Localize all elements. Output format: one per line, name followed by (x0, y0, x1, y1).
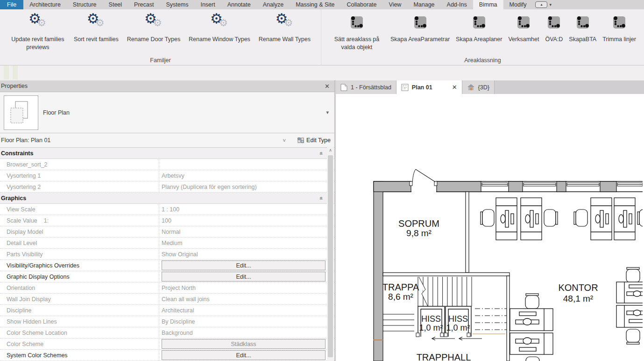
property-label: System Color Schemes (0, 350, 159, 361)
property-value[interactable]: Architectural (159, 305, 334, 316)
ribbon-tab-systems[interactable]: Systems (160, 0, 194, 9)
stair-dashdot (475, 309, 507, 330)
property-label: Graphic Display Options (0, 271, 159, 282)
property-value[interactable]: Medium (159, 238, 334, 248)
collapse-icon[interactable]: « (318, 196, 325, 200)
ribbon-button-label: Rename Wall Types (259, 36, 311, 43)
ribbon-button-skapabta[interactable]: SkapaBTA (569, 9, 596, 43)
view-tab-bar: 1 - FörsättsbladPlan 01✕{3D} (336, 80, 644, 94)
property-value[interactable]: Planvy (Duplicera för egen sortering) (159, 181, 334, 192)
ribbon-tab-collaborate[interactable]: Collaborate (341, 0, 383, 9)
ribbon-button-s-tt-areaklass-p-valda-objekt[interactable]: Sätt areaklass på valda objekt (329, 9, 384, 51)
property-value[interactable]: 100 (159, 215, 334, 226)
ribbon-tab-precast[interactable]: Precast (128, 0, 160, 9)
chevron-down-icon[interactable]: ˅ (283, 137, 286, 143)
area-tool-icon (412, 14, 428, 30)
ribbon-button-sort-revit-families[interactable]: ⚙⚙Sort revit families (74, 9, 119, 43)
chevron-down-icon[interactable]: ▾ (326, 92, 329, 133)
stairs (418, 277, 472, 306)
gear-icon: ⚙⚙ (27, 12, 49, 33)
ribbon-button-label: Rename Window Types (189, 36, 250, 43)
property-value[interactable] (159, 159, 334, 170)
ribbon-tab-insert[interactable]: Insert (194, 0, 221, 9)
edit-type-icon (297, 137, 304, 144)
view-tab--3d-[interactable]: {3D} (462, 80, 495, 94)
ribbon-tab-structure[interactable]: Structure (67, 0, 103, 9)
ribbon-panel-toggle[interactable]: ▴ ▾ (535, 0, 552, 9)
property-value[interactable]: Show Original (159, 249, 334, 260)
ribbon-tab-steel[interactable]: Steel (103, 0, 128, 9)
ribbon-tab-annotate[interactable]: Annotate (221, 0, 257, 9)
properties-title: Properties (1, 83, 28, 89)
ribbon-tab-architecture[interactable]: Architecture (23, 0, 67, 9)
ribbon-tab-add-ins[interactable]: Add-Ins (441, 0, 473, 9)
property-value[interactable]: Edit... (159, 350, 334, 361)
panel-toggle-caret-icon[interactable]: ▾ (549, 2, 552, 7)
section-label: Graphics (0, 195, 320, 202)
ribbon-button--va-d[interactable]: ÖVA:D (545, 9, 563, 43)
scrollbar-thumb[interactable] (328, 155, 333, 357)
edit-type-button[interactable]: Edit Type (297, 137, 331, 144)
ribbon-button-label: Skapa Areaplaner (456, 36, 502, 43)
ribbon-button-rename-wall-types[interactable]: ⚙⚙Rename Wall Types (259, 9, 311, 43)
close-icon[interactable]: ✕ (452, 84, 457, 91)
property-value[interactable]: Background (159, 327, 334, 338)
ribbon-tab-modify[interactable]: Modify (503, 0, 533, 9)
property-row: Scale Value 1:100 (0, 215, 334, 226)
gear-icon: ⚙⚙ (274, 12, 295, 33)
collapse-icon[interactable]: « (318, 152, 325, 155)
close-icon[interactable]: ✕ (321, 83, 333, 90)
ribbon-tab-file[interactable]: File (0, 0, 23, 9)
gear-icon: ⚙⚙ (209, 12, 230, 33)
property-button[interactable]: Edit... (162, 350, 326, 360)
property-button[interactable]: Edit... (162, 272, 326, 282)
type-selector-label: Floor Plan (43, 92, 70, 133)
section-label: Constraints (0, 150, 320, 157)
property-button[interactable]: Edit... (162, 260, 326, 270)
property-section-constraints[interactable]: Constraints« (0, 148, 334, 159)
ribbon-button-rename-window-types[interactable]: ⚙⚙Rename Window Types (189, 9, 250, 43)
property-value[interactable]: Arbetsvy (159, 170, 334, 181)
ribbon-button-label: Trimma linjer (602, 36, 636, 43)
view-tab-1-f-rs-ttsblad[interactable]: 1 - Försättsblad (336, 80, 396, 94)
ribbon-tab-view[interactable]: View (383, 0, 408, 9)
property-value[interactable]: 1 : 100 (159, 204, 334, 215)
property-value[interactable]: Städklass (159, 339, 334, 349)
properties-scrollbar[interactable]: ∧ (327, 146, 334, 361)
property-row: Color SchemeStädklass (0, 339, 334, 350)
drawing-area: 1 - FörsättsbladPlan 01✕{3D} (335, 80, 644, 361)
ribbon-tab-massing-site[interactable]: Massing & Site (290, 0, 340, 9)
ribbon-button-label: SkapaBTA (569, 36, 596, 43)
ribbon-button-trimma-linjer[interactable]: Trimma linjer (602, 9, 636, 43)
type-selector[interactable]: Floor Plan ▾ (0, 92, 334, 133)
property-value[interactable]: Project North (159, 282, 334, 293)
property-label: View Scale (0, 204, 159, 215)
ribbon-button-skapa-areaparametrar[interactable]: Skapa AreaParametrar (390, 9, 450, 43)
view-tab-plan-01[interactable]: Plan 01✕ (396, 80, 462, 94)
properties-header[interactable]: Properties ✕ (0, 80, 334, 92)
ribbon-button-skapa-areaplaner[interactable]: Skapa Areaplaner (456, 9, 502, 43)
property-section-graphics[interactable]: Graphics« (0, 193, 334, 204)
floor-plan-canvas[interactable]: SOPRUM 9,8 m² TRAPPA 8,6 m² HISS 1,0 m² … (336, 94, 644, 361)
property-value[interactable]: Edit... (159, 271, 334, 282)
furniture (481, 198, 643, 361)
ribbon-button-verksamhet[interactable]: Verksamhet (508, 9, 539, 43)
property-label: Visibility/Graphics Overrides (0, 260, 159, 271)
ribbon-group-areaklassning: Sätt areaklass på valda objektSkapa Area… (321, 9, 644, 65)
ribbon-group-familjer: ⚙⚙Update revit families previews⚙⚙Sort r… (0, 9, 321, 65)
elevator-jambs (416, 333, 470, 337)
ribbon-tab-manage[interactable]: Manage (407, 0, 440, 9)
ribbon-button-label: Sort revit families (74, 36, 119, 43)
property-value[interactable]: Clean all wall joins (159, 294, 334, 304)
room-area-label: 1,0 m² (419, 323, 443, 332)
property-value[interactable]: Normal (159, 226, 334, 237)
property-button[interactable]: Städklass (162, 339, 326, 349)
panel-toggle-icon[interactable]: ▴ (535, 1, 547, 8)
ribbon-tab-bimma[interactable]: Bimma (473, 0, 503, 9)
ribbon-tab-analyze[interactable]: Analyze (257, 0, 290, 9)
ribbon-button-rename-door-types[interactable]: ⚙⚙Rename Door Types (127, 9, 180, 43)
property-value[interactable]: Edit... (159, 260, 334, 271)
property-value[interactable]: By Discipline (159, 316, 334, 327)
ribbon-button-update-revit-families-previews[interactable]: ⚙⚙Update revit families previews (10, 9, 65, 51)
scroll-up-icon[interactable]: ∧ (327, 146, 334, 154)
